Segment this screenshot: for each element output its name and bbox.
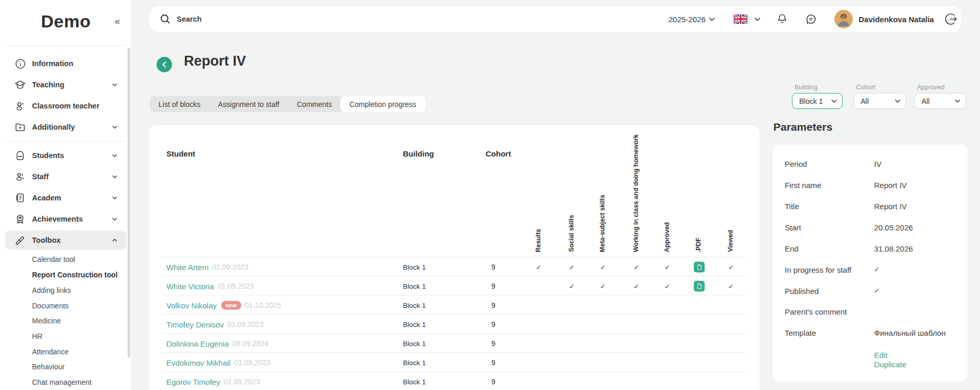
filter-cohort: Cohort All <box>853 84 906 109</box>
building-select[interactable]: Block 1 <box>792 93 843 109</box>
submenu-chat-management[interactable]: Chat management <box>32 378 91 386</box>
edit-link[interactable]: Edit <box>874 351 888 360</box>
chevron-down-icon[interactable] <box>754 18 760 21</box>
sidebar-item-academ[interactable]: Academ <box>0 189 132 207</box>
school-year-selector[interactable]: 2025-2026 <box>668 15 706 24</box>
sidebar-item-label: Staff <box>32 173 49 181</box>
user-avatar[interactable] <box>834 10 853 28</box>
approved-select[interactable]: All <box>914 93 966 109</box>
student-link[interactable]: Volkov Nikolay <box>166 301 217 309</box>
column-header-approved: Approved <box>663 222 671 252</box>
table-header: Student Building Cohort Results Social s… <box>149 125 759 257</box>
tab-list-of-blocks[interactable]: List of blocks <box>150 96 209 112</box>
sidebar-item-students[interactable]: Students <box>0 147 132 164</box>
submenu-behaviour[interactable]: Behaviour <box>32 363 65 371</box>
people-icon <box>14 171 26 182</box>
cohort-cell: 9 <box>486 263 501 271</box>
param-label: End <box>785 244 799 253</box>
submenu-hr[interactable]: HR <box>32 332 42 340</box>
submenu-adding-links[interactable]: Adding links <box>32 286 71 294</box>
submenu-medicine[interactable]: Medicine <box>32 317 61 325</box>
cohort-cell: 9 <box>486 378 501 386</box>
chevron-down-icon <box>112 196 117 199</box>
enrol-date: 01.09.2023 <box>227 320 263 329</box>
submenu-documents[interactable]: Documents <box>32 302 69 310</box>
student-link[interactable]: Dolinkina Eugenia <box>166 339 229 348</box>
sidebar-item-achievements[interactable]: Achievements <box>0 210 132 228</box>
param-label: Period <box>785 160 807 168</box>
top-bar: 2025-2026 Davidenkova Natalia <box>150 6 961 32</box>
messages-icon[interactable] <box>805 13 817 25</box>
uk-flag-icon[interactable] <box>734 14 748 24</box>
student-link[interactable]: White Artem <box>166 262 209 271</box>
select-value: All <box>861 97 895 105</box>
submenu-attendance[interactable]: Attendance <box>32 348 69 356</box>
duplicate-link[interactable]: Duplicate <box>874 360 907 369</box>
sidebar-collapse-button[interactable]: « <box>115 15 120 27</box>
filter-label: Approved <box>917 84 966 91</box>
column-header-student: Student <box>166 149 195 158</box>
sidebar-item-label: Additionally <box>32 123 75 131</box>
student-link[interactable]: Evdokimov Mikhail <box>166 358 230 367</box>
enrol-date: 01.09.2023 <box>217 282 254 290</box>
sidebar-item-information[interactable]: Information <box>0 55 132 72</box>
tab-assignment-to-staff[interactable]: Assignment to staff <box>209 96 288 112</box>
pdf-icon[interactable] <box>694 280 705 291</box>
logout-icon[interactable] <box>944 12 958 26</box>
submenu-calendar-tool[interactable]: Calendar tool <box>32 255 75 263</box>
back-button[interactable] <box>157 57 172 72</box>
param-label: In progress for staff <box>785 266 851 274</box>
table-row: Timofey Denisov01.09.2023 Block 1 9 <box>149 315 759 334</box>
folder-plus-icon <box>14 121 26 133</box>
chevron-down-icon <box>955 99 960 103</box>
sidebar-item-additionally[interactable]: Additionally <box>0 118 132 136</box>
sidebar-item-staff[interactable]: Staff <box>0 168 132 185</box>
param-label: Parent's comment <box>785 307 847 316</box>
new-badge: new <box>221 301 241 309</box>
param-label: Title <box>785 202 799 211</box>
check-social: ✓ <box>567 263 577 271</box>
building-cell: Block 1 <box>403 339 426 347</box>
student-link[interactable]: Timofey Denisov <box>166 320 224 329</box>
chevron-down-icon <box>112 175 117 178</box>
student-link[interactable]: Egorov Timofey <box>166 377 220 386</box>
sidebar-scrollbar[interactable] <box>128 48 130 357</box>
app-logo: Demo <box>0 11 132 32</box>
building-cell: Block 1 <box>403 378 426 385</box>
page-title: Report IV <box>184 53 246 69</box>
select-value: Block 1 <box>799 97 831 105</box>
select-value: All <box>922 97 955 105</box>
column-header-building: Building <box>403 149 434 158</box>
filter-label: Building <box>795 84 843 91</box>
sidebar-item-label: Academ <box>32 194 61 202</box>
student-link[interactable]: White Victoria <box>166 282 214 290</box>
sidebar-item-label: Classroom teacher <box>32 102 100 110</box>
param-label: Published <box>785 287 819 295</box>
check-working: ✓ <box>631 263 642 271</box>
column-header-pdf: .PDF <box>695 238 702 252</box>
filter-approved: Approved All <box>914 84 966 109</box>
enrol-date: 08.09.2024 <box>232 339 269 348</box>
sidebar-item-teaching[interactable]: Teaching <box>0 76 132 93</box>
submenu-report-construction-tool[interactable]: Report Construction tool <box>32 271 118 279</box>
cohort-cell: 9 <box>486 282 501 290</box>
sidebar-item-classroom-teacher[interactable]: Classroom teacher <box>0 97 132 115</box>
tab-comments[interactable]: Comments <box>288 96 341 112</box>
info-icon <box>14 58 26 69</box>
check-meta: ✓ <box>598 282 608 290</box>
chevron-up-icon <box>112 239 117 242</box>
chevron-down-icon[interactable] <box>709 18 715 21</box>
chevron-down-icon <box>112 83 117 86</box>
user-name[interactable]: Davidenkova Natalia <box>859 15 934 24</box>
enrol-date: 01.10.2025 <box>245 301 281 309</box>
parameters-card: Period IV First name Report IV Title Rep… <box>772 145 968 381</box>
column-header-social-skills: Social skills <box>568 215 575 252</box>
sidebar-item-label: Information <box>32 59 73 68</box>
sidebar-item-toolbox[interactable]: Toolbox <box>0 231 132 249</box>
search-input[interactable] <box>177 6 373 32</box>
cohort-select[interactable]: All <box>853 93 906 109</box>
pdf-icon[interactable] <box>694 261 705 272</box>
notifications-bell-icon[interactable] <box>776 13 788 25</box>
tab-completion-progress[interactable]: Completion progress <box>340 96 425 112</box>
table-row: Volkov Nikolaynew01.10.2025 Block 1 9 <box>149 295 759 315</box>
